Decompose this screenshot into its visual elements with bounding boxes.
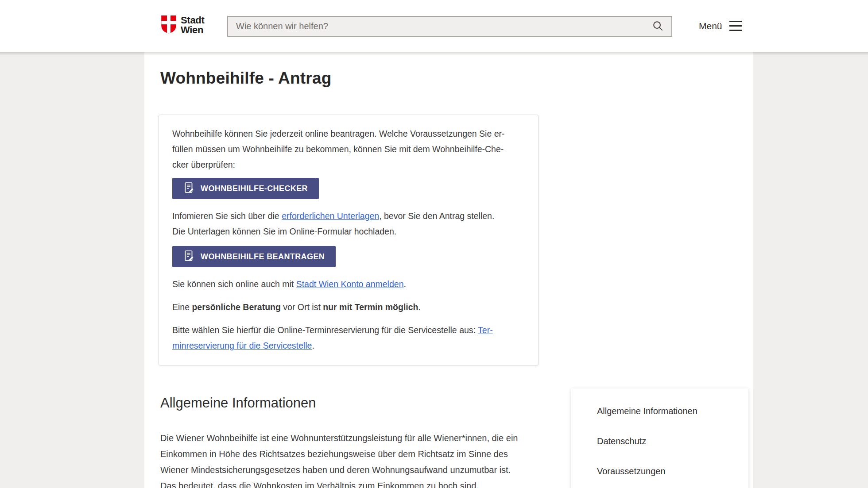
wohnbeihilfe-beantragen-button[interactable]: WOHNBEIHILFE BEANTRAGEN — [172, 246, 336, 267]
checker-button-label: WOHNBEIHILFE-CHECKER — [201, 184, 308, 193]
search-icon — [652, 20, 664, 33]
site-header: Stadt Wien Menü — [0, 0, 868, 52]
wien-shield-icon — [161, 15, 177, 35]
intro-paragraph: Wohnbeihilfe können Sie jederzeit online… — [172, 126, 525, 173]
search-input[interactable] — [228, 17, 644, 36]
document-edit-icon — [183, 250, 195, 264]
header-shadow — [0, 52, 868, 56]
page-nav-sidebar: Allgemeine Informationen Datenschutz Vor… — [571, 388, 748, 488]
beratung-paragraph: Eine persönliche Beratung vor Ort ist nu… — [172, 300, 525, 315]
search-button[interactable] — [644, 17, 671, 36]
menu-button[interactable]: Menü — [699, 0, 742, 52]
menu-label: Menü — [699, 21, 722, 31]
site-search — [227, 16, 672, 37]
apply-button-label: WOHNBEIHILFE BEANTRAGEN — [201, 252, 325, 261]
sidebar-item-datenschutz[interactable]: Datenschutz — [597, 436, 748, 446]
required-documents-link[interactable]: erforderlichen Unterlagen — [282, 211, 379, 221]
sidebar-item-voraussetzungen[interactable]: Voraussetzungen — [597, 466, 748, 476]
page-title: Wohnbeihilfe - Antrag — [160, 69, 332, 88]
section-heading: Allgemeine Informationen — [160, 395, 316, 411]
konto-paragraph: Sie können sich online auch mit Stadt Wi… — [172, 277, 525, 292]
hamburger-icon — [729, 21, 742, 31]
stadt-wien-konto-link[interactable]: Stadt Wien Konto anmelden — [296, 279, 404, 289]
terminreservierung-link[interactable]: Ter- — [478, 325, 493, 335]
documents-paragraph: Infomieren Sie sich über die erforderlic… — [172, 208, 525, 239]
logo-text: Stadt Wien — [181, 15, 205, 35]
section-body-paragraph: Die Wiener Wohnbeihilfe ist eine Wohnunt… — [160, 430, 518, 488]
sidebar-item-allgemeine-informationen[interactable]: Allgemeine Informationen — [597, 406, 748, 416]
terminreservierung-paragraph: Bitte wählen Sie hierfür die Online-Term… — [172, 323, 525, 354]
wohnbeihilfe-checker-button[interactable]: WOHNBEIHILFE-CHECKER — [172, 178, 319, 199]
terminreservierung-link[interactable]: minreservierung für die Servicestelle — [172, 341, 312, 350]
document-edit-icon — [183, 182, 195, 196]
stadt-wien-logo[interactable]: Stadt Wien — [161, 15, 205, 35]
application-info-card: Wohnbeihilfe können Sie jederzeit online… — [159, 115, 539, 365]
